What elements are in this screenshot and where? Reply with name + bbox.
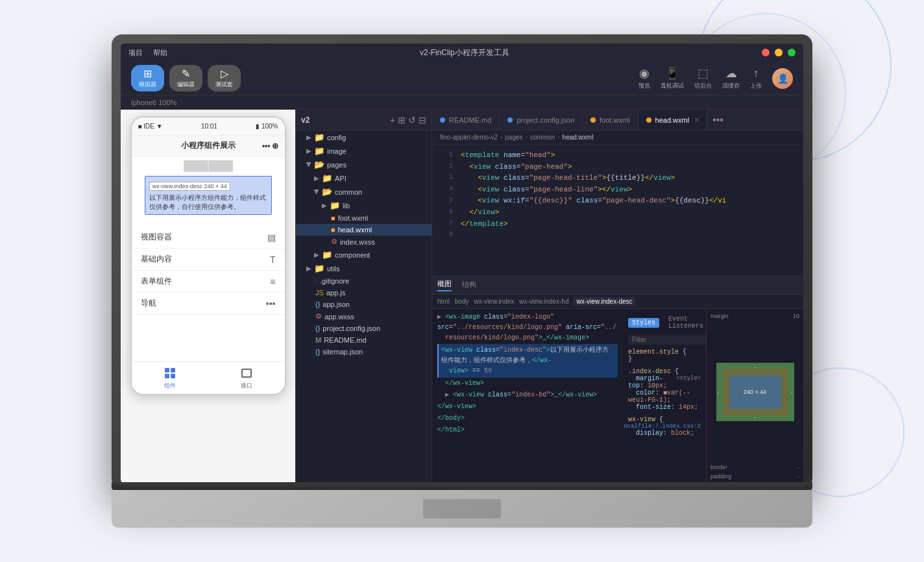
box-model-panel: margin10 - - - -	[706, 309, 803, 483]
new-file-icon[interactable]: +	[390, 115, 395, 125]
tab-item-interface[interactable]: 接口	[239, 366, 254, 390]
tab-readme[interactable]: README.md	[432, 110, 500, 130]
file-tree: v2 + ⊞ ↺ ⊟ ▶ 📁 config	[296, 110, 432, 483]
code-area[interactable]: 1 <template name="head"> 2 <view class="…	[432, 145, 803, 276]
elem-tab-html[interactable]: html	[437, 298, 450, 305]
tree-item-index-wxss[interactable]: ⚙ index.wxss	[296, 236, 432, 248]
nav-item-icon-4: •••	[266, 299, 276, 309]
tab-close-icon[interactable]: ×	[694, 116, 699, 125]
nav-item-form[interactable]: 表单组件 ≡	[132, 271, 285, 293]
phone-nav-items: 视图容器 ▤ 基础内容 T 表单组件 ≡	[132, 221, 285, 320]
menu-item-help[interactable]: 帮助	[153, 48, 167, 58]
elem-tab-wx-view-index[interactable]: wx-view.index	[474, 298, 515, 305]
editor-tabs: README.md project.config.json foot.wxml	[432, 110, 803, 130]
box-inner-border: 240 × 44	[723, 369, 788, 415]
tree-item-api[interactable]: ▶ 📁 API	[296, 171, 432, 185]
margin-right-value: -	[791, 389, 793, 395]
html-view[interactable]: ▶ <wx-image class="index-logo" src="../r…	[432, 309, 623, 483]
tree-item-common[interactable]: ▶ 📂 common	[296, 185, 432, 199]
preview-action[interactable]: ◉ 预览	[638, 66, 650, 90]
close-button[interactable]	[762, 49, 770, 56]
tree-item-component[interactable]: ▶ 📁 component	[296, 248, 432, 262]
tab-head-wxml[interactable]: head.wxml ×	[638, 110, 708, 130]
user-avatar[interactable]: 👤	[772, 68, 793, 89]
elem-tab-wx-view-index-desc[interactable]: wx-view.index-desc	[574, 297, 635, 306]
tree-item-lib[interactable]: ▶ 📁 lib	[296, 199, 432, 212]
tab-project-config[interactable]: project.config.json	[500, 110, 583, 130]
tree-item-utils[interactable]: ▶ 📁 utils	[296, 262, 432, 275]
tree-item-label: utils	[327, 265, 340, 273]
code-content: <view class="page-head-title">{{title}}<…	[461, 173, 675, 184]
nav-item-nav[interactable]: 导航 •••	[132, 293, 285, 315]
styles-panel[interactable]: Styles Event Listeners DOM Breakpoints P…	[623, 309, 706, 483]
filter-input[interactable]	[628, 335, 706, 345]
code-line-2: 2 <view class="page-head">	[432, 162, 803, 173]
tab-item-component[interactable]: 组件	[163, 366, 177, 390]
breadcrumb-part-3: common	[530, 134, 555, 141]
dots-icon[interactable]: •••	[262, 141, 271, 151]
line-number: 7	[437, 219, 453, 230]
tree-item-config[interactable]: ▶ 📁 config	[296, 130, 432, 144]
box-content-size: 240 × 44	[744, 389, 766, 395]
breadcrumb-part-2: pages	[505, 134, 522, 141]
devtools-tab-structure[interactable]: 结构	[462, 280, 476, 291]
upload-action[interactable]: ↑ 上传	[750, 67, 762, 90]
nav-item-basic-content[interactable]: 基础内容 T	[132, 249, 285, 271]
tree-item-project-config[interactable]: {} project.config.json	[296, 323, 432, 334]
maximize-button[interactable]	[788, 49, 796, 56]
tree-item-label: project.config.json	[322, 324, 380, 332]
simulator-button[interactable]: ⊞ 模拟器	[131, 65, 164, 92]
refresh-icon[interactable]: ↺	[408, 115, 416, 125]
collapse-icon[interactable]: ⊟	[419, 115, 426, 125]
new-folder-icon[interactable]: ⊞	[398, 115, 406, 125]
tree-item-head-wxml[interactable]: ■ head.wxml	[296, 224, 432, 236]
file-tree-header: v2 + ⊞ ↺ ⊟	[296, 110, 432, 130]
tree-item-app-wxss[interactable]: ⚙ app.wxss	[296, 310, 432, 323]
devtools-tab-overview[interactable]: 概图	[437, 279, 452, 291]
json-icon: {}	[315, 324, 320, 332]
tree-item-sitemap[interactable]: {} sitemap.json	[296, 346, 432, 358]
tree-item-label: app.json	[322, 300, 350, 308]
code-line-4: 4 <view class="page-head-line"></view>	[432, 184, 803, 196]
tree-item-readme[interactable]: M README.md	[296, 334, 432, 346]
laptop-keyboard-area	[112, 490, 812, 528]
styles-tab-styles[interactable]: Styles	[628, 318, 659, 328]
editor-button[interactable]: ✎ 编辑器	[169, 65, 202, 92]
tree-item-label: API	[335, 175, 346, 182]
tab-foot-wxml[interactable]: foot.wxml	[583, 110, 638, 130]
html-line: ▶ <wx-image class="index-logo" src="../r…	[437, 312, 618, 344]
styles-panel-area: Styles Event Listeners DOM Breakpoints P…	[623, 309, 803, 483]
tree-item-gitignore[interactable]: · .gitignore	[296, 275, 432, 287]
code-line-6: 6 </view>	[432, 207, 803, 219]
menu-item-project[interactable]: 项目	[128, 48, 143, 58]
tab-more-button[interactable]: •••	[707, 114, 729, 126]
file-tree-actions: + ⊞ ↺ ⊟	[390, 115, 426, 125]
elem-tab-wx-view-index-hd[interactable]: wx-view.index-hd	[519, 298, 568, 305]
file-tree-title: v2	[301, 116, 310, 125]
expand-icon[interactable]: ⊕	[272, 141, 278, 151]
tree-item-foot-wxml[interactable]: ■ foot.wxml	[296, 212, 432, 224]
snapshot-action[interactable]: ⬚ 切后台	[694, 66, 712, 90]
minimize-button[interactable]	[775, 49, 783, 56]
code-line-7: 7 </template>	[432, 219, 803, 230]
tree-item-app-json[interactable]: {} app.json	[296, 299, 432, 310]
box-outer-margin: - - - - 240 × 44	[716, 363, 794, 421]
test-button[interactable]: ▷ 测试套	[208, 65, 241, 92]
breadcrumb-part-1: fino-applet-demo-v2	[440, 134, 498, 141]
chevron-open-icon: ▶	[306, 162, 313, 167]
toolbar-buttons: ⊞ 模拟器 ✎ 编辑器 ▷ 测试套	[131, 65, 241, 92]
tree-item-app-js[interactable]: JS app.js	[296, 287, 432, 299]
tree-item-pages[interactable]: ▶ 📂 pages	[296, 158, 432, 171]
nav-item-view-container[interactable]: 视图容器 ▤	[132, 226, 285, 249]
chevron-icon: ▶	[322, 202, 327, 209]
code-line-8: 8	[432, 230, 803, 241]
tree-item-image[interactable]: ▶ 📁 image	[296, 144, 432, 158]
real-device-action[interactable]: 📱 真机调试	[661, 66, 684, 90]
clear-cache-action[interactable]: ☁ 清缓存	[722, 66, 740, 90]
elem-tab-body[interactable]: body	[455, 298, 469, 305]
placeholder-half-2	[209, 160, 233, 172]
styles-tab-event-listeners[interactable]: Event Listeners	[664, 314, 706, 331]
box-padding-label: padding-	[711, 473, 799, 480]
breadcrumb-sep-1: ›	[500, 134, 502, 141]
folder-icon: 📁	[330, 201, 340, 210]
